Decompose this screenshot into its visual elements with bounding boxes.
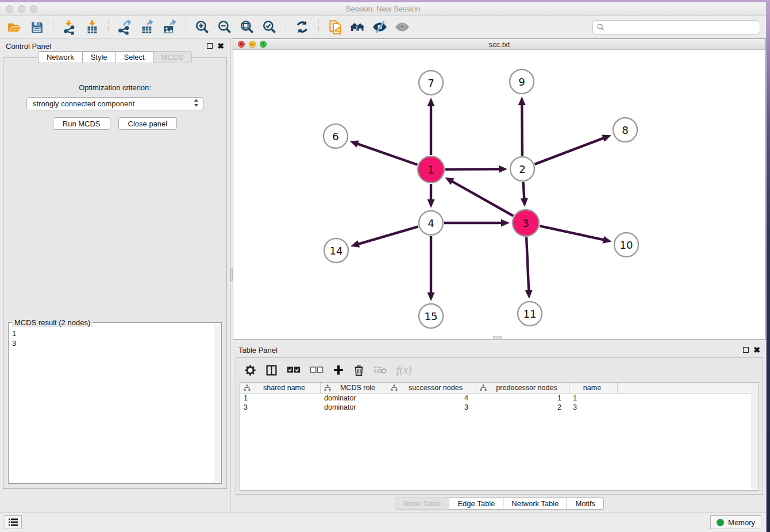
graph-edge-3-10[interactable] <box>540 226 604 240</box>
zoom-out-button[interactable] <box>216 18 233 36</box>
hide-eye-button[interactable] <box>371 18 388 36</box>
tab-network[interactable]: Network <box>38 51 83 63</box>
graph-edge-2-8[interactable] <box>535 138 605 164</box>
tab-mcds[interactable]: MCDS <box>153 51 192 63</box>
mcds-result-text[interactable]: 1 3 <box>12 329 213 482</box>
tab-network-table[interactable]: Network Table <box>503 498 567 510</box>
search-icon <box>596 23 605 31</box>
zoom-fit-button[interactable] <box>238 18 256 36</box>
table-cell[interactable]: 3 <box>569 403 618 412</box>
save-session-button[interactable] <box>28 18 45 36</box>
run-mcds-button[interactable]: Run MCDS <box>53 117 110 130</box>
delete-column-button[interactable] <box>353 364 364 376</box>
node-label-15: 15 <box>425 310 438 322</box>
zoom-in-button[interactable] <box>194 18 211 36</box>
clone-network-button[interactable] <box>326 18 344 36</box>
search-box[interactable] <box>592 20 760 34</box>
column-header-predecessor-nodes[interactable]: predecessor nodes <box>476 383 569 393</box>
column-header-shared-name[interactable]: shared name <box>240 383 321 393</box>
edge-arrowhead-icon <box>501 219 510 227</box>
columns-icon <box>265 364 278 376</box>
memory-button[interactable]: Memory <box>710 515 761 529</box>
table-cell[interactable]: dominator <box>321 403 387 412</box>
column-header-successor-nodes[interactable]: successor nodes <box>387 383 476 393</box>
export-table-button[interactable] <box>138 18 156 36</box>
column-attribute-icon <box>324 384 331 391</box>
table-cell[interactable]: 2 <box>476 403 569 412</box>
table-cell[interactable]: 4 <box>387 394 476 403</box>
graph-edge-2-3[interactable] <box>523 182 524 199</box>
table-panel: Table Panel ✖ <box>233 342 766 512</box>
graph-edge-3-1[interactable] <box>452 181 514 216</box>
table-float-panel-icon[interactable] <box>743 347 749 353</box>
memory-status-icon <box>717 519 724 526</box>
table-cell[interactable]: 3 <box>387 403 476 412</box>
application-window: Session: New Session <box>0 2 767 532</box>
function-builder-button[interactable]: f(x) <box>396 364 411 376</box>
table-header-row: shared nameMCDS rolesuccessor nodesprede… <box>240 383 759 394</box>
open-session-icon <box>7 20 22 35</box>
deselect-all-button[interactable] <box>310 365 324 375</box>
deselect-all-icon <box>310 365 324 375</box>
import-network-button[interactable] <box>61 18 78 36</box>
gear-button[interactable] <box>244 364 256 376</box>
column-header-MCDS-role[interactable]: MCDS role <box>321 383 387 393</box>
tab-node-table[interactable]: Node Table <box>395 498 450 510</box>
columns-button[interactable] <box>265 364 278 376</box>
gear-icon <box>244 364 256 376</box>
graph-edge-4-14[interactable] <box>357 226 418 244</box>
table-cell[interactable]: 1 <box>569 394 618 403</box>
result-scrollbar[interactable] <box>214 324 220 482</box>
tab-select[interactable]: Select <box>116 51 153 63</box>
table-row[interactable]: 1dominator411 <box>240 394 759 403</box>
graph-edge-1-2[interactable] <box>445 169 500 169</box>
node-label-4: 4 <box>428 217 434 229</box>
node-label-1: 1 <box>428 164 434 176</box>
graph-edge-2-9[interactable] <box>522 104 522 156</box>
close-panel-button[interactable]: Close panel <box>118 117 178 130</box>
network-canvas[interactable]: 7968124314101511 <box>233 50 765 339</box>
canvas-grip-icon[interactable] <box>493 336 502 339</box>
mcds-result-box: MCDS result (2 nodes) 1 3 <box>8 322 222 484</box>
edge-arrowhead-icon <box>518 97 526 105</box>
node-label-11: 11 <box>523 308 537 320</box>
table-panel-header: Table Panel ✖ <box>233 342 766 357</box>
export-network-button[interactable] <box>116 18 133 36</box>
zoom-selected-button[interactable] <box>261 18 278 36</box>
edge-arrowhead-icon <box>525 290 533 299</box>
title-bar: Session: New Session <box>0 2 766 16</box>
search-input[interactable] <box>607 23 756 32</box>
close-panel-icon[interactable]: ✖ <box>217 43 224 49</box>
float-panel-icon[interactable] <box>207 43 213 49</box>
tab-motifs[interactable]: Motifs <box>567 498 604 510</box>
eye-button[interactable] <box>394 18 411 36</box>
optimization-criterion-dropdown[interactable]: strongly connected component <box>26 97 203 110</box>
node-table[interactable]: shared nameMCDS rolesuccessor nodesprede… <box>240 382 759 491</box>
table-cell[interactable]: dominator <box>321 394 387 403</box>
task-history-button[interactable] <box>5 515 22 529</box>
table-row[interactable]: 3dominator323 <box>240 403 759 412</box>
refresh-button[interactable] <box>294 18 311 36</box>
export-image-button[interactable] <box>161 18 178 36</box>
import-table-button[interactable] <box>83 18 101 36</box>
table-cell[interactable]: 1 <box>476 394 569 403</box>
splitter-grip-icon[interactable] <box>230 268 233 281</box>
graph-edge-1-6[interactable] <box>357 144 418 165</box>
add-column-button[interactable] <box>333 364 344 376</box>
node-label-6: 6 <box>332 130 338 142</box>
table-cell[interactable]: 1 <box>240 394 321 403</box>
column-header-name[interactable]: name <box>569 383 618 393</box>
select-all-button[interactable] <box>287 365 301 375</box>
network-graph[interactable]: 7968124314101511 <box>233 50 765 337</box>
tab-style[interactable]: Style <box>83 51 116 63</box>
table-cell[interactable]: 3 <box>240 403 321 412</box>
delete-table-button[interactable] <box>374 365 387 375</box>
node-label-2: 2 <box>519 163 525 175</box>
table-scrollbar[interactable] <box>751 383 758 489</box>
tab-edge-table[interactable]: Edge Table <box>449 498 503 510</box>
open-session-button[interactable] <box>6 18 23 36</box>
home-button[interactable] <box>349 18 366 36</box>
graph-edge-3-11[interactable] <box>526 237 529 291</box>
table-close-panel-icon[interactable]: ✖ <box>753 347 760 353</box>
edge-arrowhead-icon <box>428 292 435 301</box>
